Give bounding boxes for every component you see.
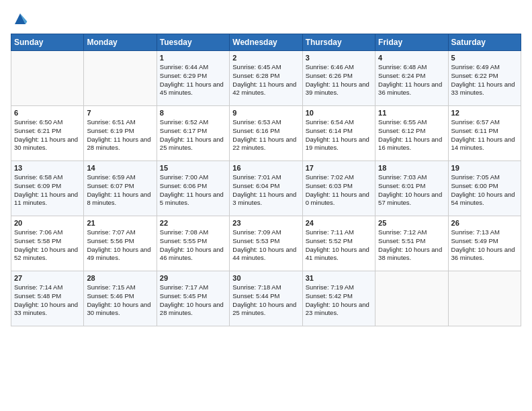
daylight-text: Daylight: 10 hours and 46 minutes. [160,246,224,262]
calendar-cell: 29 Sunrise: 7:17 AM Sunset: 5:45 PM Dayl… [157,271,229,326]
sunrise-text: Sunrise: 7:06 AM [14,228,62,236]
sunrise-text: Sunrise: 7:00 AM [160,173,208,181]
calendar-cell: 24 Sunrise: 7:11 AM Sunset: 5:52 PM Dayl… [302,216,375,271]
day-number: 1 [160,54,226,62]
weekday-header-row: SundayMondayTuesdayWednesdayThursdayFrid… [11,34,521,51]
day-number: 15 [160,164,226,172]
sunrise-text: Sunrise: 7:13 AM [451,228,500,236]
sunset-text: Sunset: 5:48 PM [14,292,61,300]
day-info: Sunrise: 6:54 AM Sunset: 6:14 PM Dayligh… [306,118,372,152]
sunset-text: Sunset: 6:21 PM [14,127,61,134]
day-number: 28 [87,274,153,282]
day-info: Sunrise: 6:50 AM Sunset: 6:21 PM Dayligh… [14,118,81,152]
sunrise-text: Sunrise: 6:54 AM [306,118,354,126]
sunrise-text: Sunrise: 7:12 AM [378,228,427,236]
day-info: Sunrise: 7:12 AM Sunset: 5:51 PM Dayligh… [378,228,445,263]
sunrise-text: Sunrise: 6:50 AM [14,118,62,126]
sunset-text: Sunset: 6:22 PM [451,72,498,79]
weekday-header-thursday: Thursday [302,34,375,51]
calendar-cell: 18 Sunrise: 7:03 AM Sunset: 6:01 PM Dayl… [375,161,448,216]
calendar-cell: 12 Sunrise: 6:57 AM Sunset: 6:11 PM Dayl… [448,106,521,161]
calendar-cell: 7 Sunrise: 6:51 AM Sunset: 6:19 PM Dayli… [84,106,157,161]
day-number: 31 [306,274,372,282]
sunrise-text: Sunrise: 6:49 AM [451,63,500,71]
day-number: 16 [232,164,299,172]
calendar-cell: 5 Sunrise: 6:49 AM Sunset: 6:22 PM Dayli… [448,51,521,106]
calendar-cell: 22 Sunrise: 7:08 AM Sunset: 5:55 PM Dayl… [157,216,229,271]
day-info: Sunrise: 7:19 AM Sunset: 5:42 PM Dayligh… [306,283,372,318]
sunset-text: Sunset: 6:04 PM [232,182,279,189]
calendar-cell: 13 Sunrise: 6:58 AM Sunset: 6:09 PM Dayl… [11,161,84,216]
sunset-text: Sunset: 6:24 PM [378,72,425,79]
day-number: 6 [14,109,81,117]
sunset-text: Sunset: 5:55 PM [160,237,207,244]
sunset-text: Sunset: 5:45 PM [160,292,207,300]
sunrise-text: Sunrise: 7:02 AM [306,173,354,181]
daylight-text: Daylight: 10 hours and 23 minutes. [306,301,369,317]
day-info: Sunrise: 7:03 AM Sunset: 6:01 PM Dayligh… [378,173,445,208]
day-info: Sunrise: 6:58 AM Sunset: 6:09 PM Dayligh… [14,173,81,208]
sunrise-text: Sunrise: 7:11 AM [306,228,354,236]
sunrise-text: Sunrise: 6:51 AM [87,118,135,126]
day-info: Sunrise: 7:06 AM Sunset: 5:58 PM Dayligh… [14,228,81,263]
day-info: Sunrise: 6:52 AM Sunset: 6:17 PM Dayligh… [160,118,226,152]
calendar-cell: 15 Sunrise: 7:00 AM Sunset: 6:06 PM Dayl… [157,161,229,216]
day-info: Sunrise: 7:11 AM Sunset: 5:52 PM Dayligh… [306,228,372,263]
sunset-text: Sunset: 5:51 PM [378,237,425,244]
calendar-table: SundayMondayTuesdayWednesdayThursdayFrid… [11,34,521,326]
day-info: Sunrise: 6:51 AM Sunset: 6:19 PM Dayligh… [87,118,153,152]
sunrise-text: Sunrise: 7:09 AM [232,228,281,236]
day-info: Sunrise: 7:15 AM Sunset: 5:46 PM Dayligh… [87,283,153,318]
day-info: Sunrise: 6:49 AM Sunset: 6:22 PM Dayligh… [451,63,518,97]
daylight-text: Daylight: 11 hours and 33 minutes. [451,81,515,97]
day-number: 26 [451,219,518,227]
sunset-text: Sunset: 6:00 PM [451,182,498,189]
calendar-cell: 2 Sunrise: 6:45 AM Sunset: 6:28 PM Dayli… [230,51,302,106]
page-header [11,11,521,27]
calendar-cell: 14 Sunrise: 6:59 AM Sunset: 6:07 PM Dayl… [84,161,157,216]
calendar-cell: 6 Sunrise: 6:50 AM Sunset: 6:21 PM Dayli… [11,106,84,161]
weekday-header-monday: Monday [84,34,157,51]
calendar-cell: 25 Sunrise: 7:12 AM Sunset: 5:51 PM Dayl… [375,216,448,271]
day-info: Sunrise: 7:18 AM Sunset: 5:44 PM Dayligh… [232,283,299,318]
sunset-text: Sunset: 5:42 PM [306,292,353,300]
sunset-text: Sunset: 6:01 PM [378,182,425,189]
sunset-text: Sunset: 5:53 PM [232,237,279,244]
calendar-body: 1 Sunrise: 6:44 AM Sunset: 6:29 PM Dayli… [11,51,521,326]
day-number: 8 [160,109,226,117]
day-number: 19 [451,164,518,172]
calendar-cell: 19 Sunrise: 7:05 AM Sunset: 6:00 PM Dayl… [448,161,521,216]
day-number: 2 [232,54,299,62]
daylight-text: Daylight: 11 hours and 28 minutes. [87,136,150,152]
day-info: Sunrise: 6:45 AM Sunset: 6:28 PM Dayligh… [232,63,299,97]
sunset-text: Sunset: 5:52 PM [306,237,353,244]
sunset-text: Sunset: 6:16 PM [232,127,279,134]
week-row-1: 1 Sunrise: 6:44 AM Sunset: 6:29 PM Dayli… [11,51,521,106]
weekday-header-saturday: Saturday [448,34,521,51]
sunrise-text: Sunrise: 6:53 AM [232,118,281,126]
daylight-text: Daylight: 11 hours and 25 minutes. [160,136,224,152]
day-number: 22 [160,219,226,227]
day-number: 12 [451,109,518,117]
daylight-text: Daylight: 11 hours and 45 minutes. [160,81,224,97]
calendar-cell: 23 Sunrise: 7:09 AM Sunset: 5:53 PM Dayl… [230,216,302,271]
day-info: Sunrise: 7:07 AM Sunset: 5:56 PM Dayligh… [87,228,153,263]
daylight-text: Daylight: 11 hours and 11 minutes. [14,191,78,207]
week-row-3: 13 Sunrise: 6:58 AM Sunset: 6:09 PM Dayl… [11,161,521,216]
weekday-header-sunday: Sunday [11,34,84,51]
sunrise-text: Sunrise: 7:19 AM [306,283,354,291]
day-info: Sunrise: 7:05 AM Sunset: 6:00 PM Dayligh… [451,173,518,208]
sunrise-text: Sunrise: 7:01 AM [232,173,281,181]
day-info: Sunrise: 7:08 AM Sunset: 5:55 PM Dayligh… [160,228,226,263]
daylight-text: Daylight: 10 hours and 38 minutes. [378,246,442,262]
calendar-cell: 16 Sunrise: 7:01 AM Sunset: 6:04 PM Dayl… [230,161,302,216]
sunrise-text: Sunrise: 7:14 AM [14,283,62,291]
calendar-cell: 3 Sunrise: 6:46 AM Sunset: 6:26 PM Dayli… [302,51,375,106]
day-number: 13 [14,164,81,172]
daylight-text: Daylight: 10 hours and 57 minutes. [378,191,442,207]
sunrise-text: Sunrise: 6:52 AM [160,118,208,126]
sunrise-text: Sunrise: 6:58 AM [14,173,62,181]
calendar-cell: 1 Sunrise: 6:44 AM Sunset: 6:29 PM Dayli… [157,51,229,106]
sunset-text: Sunset: 6:06 PM [160,182,207,189]
day-number: 5 [451,54,518,62]
